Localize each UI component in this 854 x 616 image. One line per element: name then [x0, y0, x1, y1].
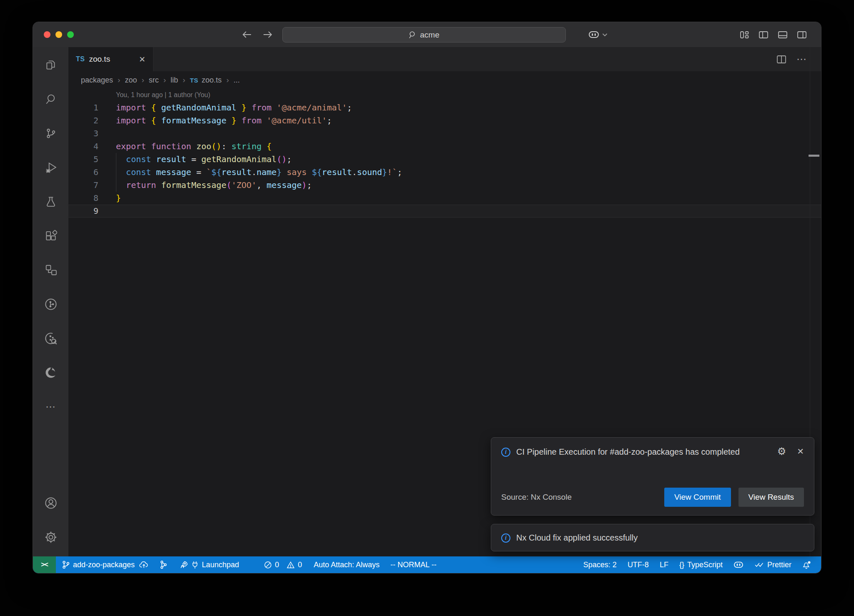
line-number[interactable]: 7 — [68, 179, 98, 192]
tab-title: zoo.ts — [89, 55, 110, 64]
vim-mode-status-item[interactable]: -- NORMAL -- — [390, 556, 436, 573]
info-icon: i — [501, 448, 510, 457]
command-center-search[interactable]: acme — [282, 27, 566, 43]
gitlens-inspect-icon[interactable] — [41, 328, 61, 348]
language-status-item[interactable]: {} TypeScript — [679, 556, 723, 573]
git-blame-annotation[interactable]: You, 1 hour ago | 1 author (You) — [68, 89, 821, 101]
notification-close-icon[interactable]: ✕ — [797, 447, 804, 456]
braces-icon: {} — [679, 561, 684, 569]
copilot-menu[interactable] — [588, 22, 608, 47]
info-icon: i — [501, 533, 510, 543]
line-number[interactable]: 3 — [68, 127, 98, 140]
view-commit-button[interactable]: View Commit — [664, 488, 731, 507]
code-line[interactable]: 6 const message = `${result.name} says $… — [68, 166, 821, 179]
branch-name: add-zoo-packages — [73, 561, 135, 569]
minimize-window-button[interactable] — [55, 31, 62, 38]
code-line[interactable]: 4export function zoo(): string { — [68, 140, 821, 153]
code-line[interactable]: 9 — [68, 205, 821, 218]
double-check-icon — [754, 561, 764, 568]
project-graph-icon[interactable] — [41, 260, 61, 280]
indentation-status-item[interactable]: Spaces: 2 — [583, 556, 617, 573]
error-count: 0 — [275, 561, 279, 569]
problems-status-item[interactable]: 0 0 — [264, 556, 302, 573]
notification-toast: i Nx Cloud fix applied successfully — [491, 524, 814, 551]
formatter-status-item[interactable]: Prettier — [754, 556, 791, 573]
commit-graph-icon — [159, 560, 168, 569]
chevron-right-icon: › — [163, 75, 166, 85]
customize-layout-icon[interactable] — [740, 31, 749, 39]
line-number[interactable]: 9 — [68, 205, 98, 218]
remote-indicator[interactable]: >< — [33, 556, 56, 573]
code-line[interactable]: 7 return formatMessage('ZOO', message); — [68, 179, 821, 192]
notification-message: Nx Cloud fix applied successfully — [516, 533, 638, 543]
commit-graph-status-item[interactable] — [159, 556, 168, 573]
edge-browser-icon[interactable] — [41, 363, 61, 383]
close-tab-icon[interactable]: ✕ — [139, 55, 146, 64]
eol-status-item[interactable]: LF — [660, 556, 668, 573]
chevron-right-icon: › — [183, 75, 185, 85]
line-number[interactable]: 8 — [68, 192, 98, 205]
breadcrumb-item[interactable]: zoo — [125, 76, 137, 85]
source-control-icon[interactable] — [41, 123, 61, 143]
toggle-secondary-sidebar-icon[interactable] — [797, 31, 807, 39]
run-and-debug-icon[interactable] — [41, 158, 61, 178]
account-icon[interactable] — [41, 493, 61, 513]
cloud-upload-icon — [139, 561, 148, 568]
typescript-file-icon: TS — [76, 55, 85, 63]
split-editor-icon[interactable] — [776, 55, 786, 64]
copilot-status-item[interactable] — [733, 556, 743, 573]
overview-ruler-decoration — [809, 155, 819, 157]
toggle-panel-icon[interactable] — [778, 31, 788, 39]
copilot-icon — [733, 561, 743, 569]
editor-more-actions-icon[interactable]: ⋯ — [796, 53, 807, 65]
code-line[interactable]: 2import { formatMessage } from '@acme/ut… — [68, 114, 821, 127]
line-number[interactable]: 2 — [68, 114, 98, 127]
line-number[interactable]: 6 — [68, 166, 98, 179]
toggle-primary-sidebar-icon[interactable] — [759, 31, 769, 39]
line-number[interactable]: 1 — [68, 101, 98, 114]
view-results-button[interactable]: View Results — [738, 488, 804, 507]
breadcrumb-item[interactable]: lib — [171, 76, 178, 85]
code-line[interactable]: 5 const result = getRandomAnimal(); — [68, 153, 821, 166]
warning-count: 0 — [298, 561, 302, 569]
activity-bar: ⋯ — [33, 47, 68, 556]
gitlens-icon[interactable] — [41, 294, 61, 314]
breadcrumb-file[interactable]: TS zoo.ts — [190, 76, 221, 85]
notification-toast: i CI Pipeline Execution for #add-zoo-pac… — [491, 437, 814, 516]
settings-gear-icon[interactable] — [41, 527, 61, 547]
line-number[interactable]: 5 — [68, 153, 98, 166]
chevron-right-icon: › — [118, 75, 120, 85]
code-line[interactable]: 1import { getRandomAnimal } from '@acme/… — [68, 101, 821, 114]
more-views-icon[interactable]: ⋯ — [41, 397, 61, 417]
forward-arrow-icon[interactable] — [262, 29, 273, 40]
explorer-icon[interactable] — [41, 55, 61, 75]
zoom-window-button[interactable] — [67, 31, 74, 38]
close-window-button[interactable] — [44, 31, 50, 38]
extensions-icon[interactable] — [41, 226, 61, 246]
notification-source: Source: Nx Console — [501, 493, 572, 502]
launchpad-status-item[interactable]: Launchpad — [179, 556, 239, 573]
notification-settings-icon[interactable]: ⚙ — [777, 447, 786, 456]
breadcrumb-item[interactable]: packages — [81, 76, 113, 85]
code-text: import { formatMessage } from '@acme/uti… — [98, 114, 332, 127]
code-text: export function zoo(): string { — [98, 140, 271, 153]
testing-icon[interactable] — [41, 192, 61, 212]
search-icon[interactable] — [41, 89, 61, 109]
launchpad-label: Launchpad — [202, 561, 239, 569]
code-line[interactable]: 3 — [68, 127, 821, 140]
plug-icon — [191, 561, 199, 569]
branch-status-item[interactable]: add-zoo-packages — [62, 556, 148, 573]
encoding-status-item[interactable]: UTF-8 — [628, 556, 649, 573]
notifications-bell-icon[interactable] — [802, 556, 811, 573]
code-line[interactable]: 8} — [68, 192, 821, 205]
breadcrumb-trailing[interactable]: ... — [234, 76, 240, 85]
chevron-right-icon: › — [141, 75, 144, 85]
tab-zoo-ts[interactable]: TS zoo.ts ✕ — [68, 47, 153, 71]
breadcrumb-item[interactable]: src — [149, 76, 159, 85]
rocket-icon — [179, 561, 188, 569]
auto-attach-status-item[interactable]: Auto Attach: Always — [314, 556, 379, 573]
code-lines: 1import { getRandomAnimal } from '@acme/… — [68, 101, 821, 218]
status-bar: >< add-zoo-packages — [33, 556, 821, 573]
back-arrow-icon[interactable] — [241, 29, 252, 40]
line-number[interactable]: 4 — [68, 140, 98, 153]
